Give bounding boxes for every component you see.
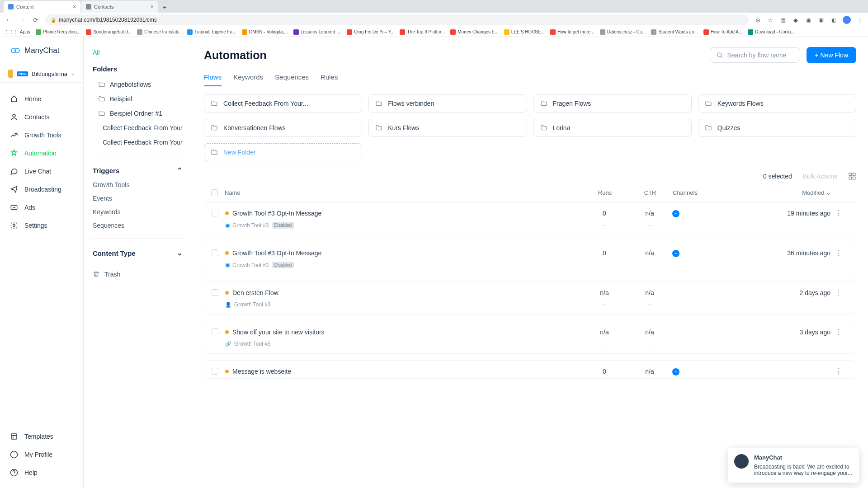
extension-icon[interactable]: ▣ xyxy=(817,17,825,23)
more-menu[interactable]: ⋮ xyxy=(835,249,849,257)
nav-broadcast[interactable]: Broadcasting xyxy=(0,180,83,198)
trash-link[interactable]: Trash xyxy=(91,267,184,282)
nav-help[interactable]: Help xyxy=(0,464,83,482)
more-menu[interactable]: ⋮ xyxy=(835,328,849,336)
more-menu[interactable]: ⋮ xyxy=(835,209,849,217)
star-icon[interactable]: ☆ xyxy=(767,17,774,23)
grid-view-toggle[interactable] xyxy=(848,172,856,180)
col-ctr[interactable]: CTR xyxy=(627,189,673,196)
folder-card[interactable]: Flows verbinden xyxy=(368,94,527,113)
folder-card[interactable]: Quizzes xyxy=(698,119,856,137)
zoom-icon[interactable]: ⊕ xyxy=(754,17,761,23)
bookmark-item[interactable]: How to get more... xyxy=(550,29,594,35)
select-all-checkbox[interactable] xyxy=(211,189,218,196)
tab-keywords[interactable]: Keywords xyxy=(233,70,263,86)
new-tab-button[interactable]: + xyxy=(159,2,170,13)
nav-chat[interactable]: Live Chat xyxy=(0,162,83,180)
new-folder-button[interactable]: New Folder xyxy=(204,143,362,161)
row-checkbox[interactable] xyxy=(212,249,218,256)
bookmark-item[interactable]: Phone Recycling... xyxy=(36,29,80,35)
row-checkbox[interactable] xyxy=(212,210,218,216)
tab-rules[interactable]: Rules xyxy=(321,70,338,86)
more-menu[interactable]: ⋮ xyxy=(835,288,849,297)
tab-flows[interactable]: Flows xyxy=(204,70,222,86)
trigger-filter[interactable]: Events xyxy=(91,192,184,205)
nav-growth[interactable]: Growth Tools xyxy=(0,126,83,144)
triggers-section[interactable]: Triggers ⌃ xyxy=(91,163,184,178)
folder-card[interactable]: Konversationen Flows xyxy=(204,119,362,137)
folder-card[interactable]: Lorina xyxy=(533,119,692,137)
profile-avatar[interactable] xyxy=(843,16,851,24)
bookmark-item[interactable]: Lessons Learned f... xyxy=(293,29,342,35)
content-type-section[interactable]: Content Type ⌄ xyxy=(91,245,184,261)
bulk-actions-button[interactable]: Bulk Actions xyxy=(803,173,837,180)
flow-row[interactable]: Den ersten Flow n/a n/a 2 days ago ⋮ 👤 G… xyxy=(204,282,856,314)
more-menu[interactable]: ⋮ xyxy=(835,367,849,375)
new-flow-button[interactable]: + New Flow xyxy=(807,47,856,63)
row-checkbox[interactable] xyxy=(212,289,218,296)
nav-automation[interactable]: Automation xyxy=(0,144,83,162)
close-icon[interactable]: × xyxy=(151,4,154,10)
browser-tab[interactable]: Content × xyxy=(4,1,80,13)
col-channels[interactable]: Channels xyxy=(673,189,754,196)
folder-item[interactable]: Angebotsflows xyxy=(91,77,184,92)
logo[interactable]: ManyChat xyxy=(0,45,83,65)
folder-card[interactable]: Keywords Flows xyxy=(698,94,856,113)
nav-templates[interactable]: Templates xyxy=(0,427,83,446)
close-icon[interactable]: × xyxy=(73,4,76,10)
address-bar[interactable]: 🔒 manychat.com/fb198150208192061/cms xyxy=(45,14,749,25)
workspace-selector[interactable]: PRO Bildungsfirma ⌄ xyxy=(0,65,83,83)
bookmark-item[interactable]: Datenschutz - Co... xyxy=(600,29,646,35)
trigger-filter[interactable]: Sequences xyxy=(91,219,184,232)
flow-row[interactable]: Message is webseite 0 n/a ~ ⋮ xyxy=(204,360,856,379)
bookmark-item[interactable]: LEE'S HOUSE... xyxy=(504,29,545,35)
folder-item[interactable]: Beispiel xyxy=(91,92,184,106)
search-input[interactable]: Search by flow name xyxy=(710,47,800,63)
bookmark-item[interactable]: Chinese translati... xyxy=(137,29,182,35)
col-runs[interactable]: Runs xyxy=(582,189,627,196)
tab-sequences[interactable]: Sequences xyxy=(275,70,309,86)
flow-tag[interactable]: ▣ Growth Tool #3 Disabled xyxy=(225,222,582,229)
row-checkbox[interactable] xyxy=(212,328,218,335)
flow-tag[interactable]: 👤 Growth Tool #3 xyxy=(225,301,582,308)
col-name[interactable]: Name xyxy=(225,189,582,196)
extension-icon[interactable]: ◉ xyxy=(805,17,812,23)
nav-ads[interactable]: Ads xyxy=(0,198,83,216)
flow-row[interactable]: Growth Tool #3 Opt-In Message 0 n/a ~ 36… xyxy=(204,242,856,275)
extension-icon[interactable]: ◐ xyxy=(830,17,837,23)
bookmark-item[interactable]: Sonderangebot d... xyxy=(86,29,132,35)
folder-item[interactable]: Collect Feedback From Your Cu xyxy=(91,121,184,135)
folder-item[interactable]: Beispiel Ordner #1 xyxy=(91,106,184,121)
bookmark-item[interactable]: GMSN - Vologda,... xyxy=(242,29,288,35)
bookmark-item[interactable]: Download - Cooki... xyxy=(748,29,794,35)
bookmark-item[interactable]: Tutorial: Eigene Fa... xyxy=(187,29,236,35)
browser-tab[interactable]: Contacts × xyxy=(81,1,158,13)
all-filter[interactable]: All xyxy=(91,47,184,61)
bookmark-item[interactable]: How To Add A... xyxy=(703,29,742,35)
notification-toast[interactable]: ManyChat Broadcasting is back! We are ex… xyxy=(728,448,859,483)
back-button[interactable]: ← xyxy=(5,16,13,23)
nav-home[interactable]: Home xyxy=(0,90,83,108)
menu-icon[interactable]: ⋮ xyxy=(856,17,863,23)
folder-card[interactable]: Collect Feedback From Your... xyxy=(204,94,362,113)
folder-card[interactable]: Kurs Flows xyxy=(368,119,527,137)
folder-item[interactable]: Collect Feedback From Your Cu xyxy=(91,135,184,150)
flow-row[interactable]: Show off your site to new visitors n/a n… xyxy=(204,321,856,354)
bookmark-item[interactable]: Student Wants an... xyxy=(651,29,698,35)
bookmark-item[interactable]: Qing Fei De Yi – Y... xyxy=(347,29,394,35)
folder-card[interactable]: Fragen Flows xyxy=(533,94,692,113)
flow-row[interactable]: Growth Tool #3 Opt-In Message 0 n/a ~ 19… xyxy=(204,202,856,235)
row-checkbox[interactable] xyxy=(212,368,218,375)
apps-button[interactable]: ⋮⋮⋮ Apps xyxy=(5,29,30,34)
flow-tag[interactable]: 🔗 Growth Tool #5 xyxy=(225,341,582,347)
bookmark-item[interactable]: Money Changes E... xyxy=(450,29,499,35)
trigger-filter[interactable]: Growth Tools xyxy=(91,178,184,192)
nav-profile[interactable]: My Profile xyxy=(0,446,83,464)
forward-button[interactable]: → xyxy=(18,16,26,23)
trigger-filter[interactable]: Keywords xyxy=(91,205,184,219)
flow-tag[interactable]: ▣ Growth Tool #3 Disabled xyxy=(225,262,582,268)
reload-button[interactable]: ⟳ xyxy=(32,16,40,23)
nav-contacts[interactable]: Contacts xyxy=(0,108,83,126)
bookmark-item[interactable]: The Top 3 Platfor... xyxy=(400,29,445,35)
nav-settings[interactable]: Settings xyxy=(0,216,83,235)
